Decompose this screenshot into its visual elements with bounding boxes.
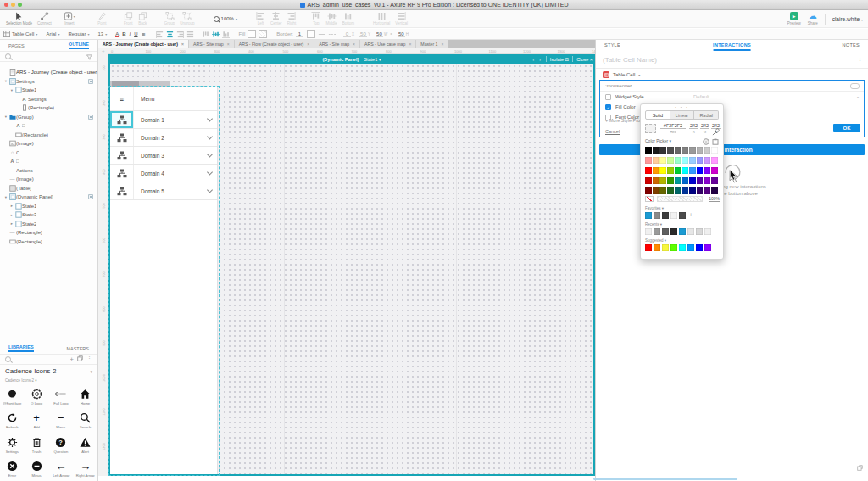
document-tab[interactable]: ARS - Flow (Create object - user)×	[235, 40, 315, 48]
font-color-button[interactable]: A	[115, 31, 119, 37]
widget-name-input[interactable]: (Table Cell Name)	[603, 56, 657, 64]
toolbar-bottom-button[interactable]: Bottom	[340, 12, 357, 25]
popup-drag-handle[interactable]: • • •	[641, 105, 723, 109]
toolbar-back-button[interactable]: Back	[136, 12, 150, 25]
width-field[interactable]: 50	[376, 31, 383, 37]
prev-state-button[interactable]: ‹	[532, 57, 536, 62]
add-library-icon[interactable]: +	[70, 355, 74, 363]
x-field[interactable]: 0	[343, 31, 351, 37]
align-right-button[interactable]	[176, 31, 184, 38]
align-bottom-button[interactable]	[222, 31, 230, 38]
favorites-label[interactable]: Favorites ▾	[645, 206, 664, 210]
toolbar-ungroup-button[interactable]: Ungroup	[177, 12, 197, 25]
library-select[interactable]: Cadence Icons-2▾	[0, 365, 97, 378]
align-center-button[interactable]	[166, 31, 174, 38]
library-item-left-arrow[interactable]: ←Left Arrow	[49, 457, 74, 481]
color-swatch[interactable]	[675, 177, 682, 184]
menu-row-domain-5[interactable]: Domain 5	[110, 182, 217, 200]
sitemap-icon-cell[interactable]	[110, 182, 134, 199]
color-swatch[interactable]	[682, 157, 688, 164]
color-swatch[interactable]	[697, 157, 704, 164]
sitemap-icon-cell[interactable]	[110, 165, 134, 182]
rectangle-widget[interactable]	[110, 81, 170, 87]
visibility-toggle-icon[interactable]	[88, 115, 93, 120]
lock-ratio-icon[interactable]: =	[390, 32, 392, 36]
toolbar-middle-button[interactable]: Middle	[323, 12, 339, 25]
toolbar-left-button[interactable]: Left	[253, 12, 268, 25]
sitemap-icon-cell[interactable]	[110, 147, 134, 164]
library-item-refresh[interactable]: Refresh	[0, 409, 25, 433]
color-swatch[interactable]	[689, 177, 696, 184]
outline-item-rectangle[interactable]: (Rectangle)	[0, 131, 97, 140]
color-swatch[interactable]	[670, 228, 677, 235]
color-swatch[interactable]	[645, 228, 652, 235]
share-button[interactable]: ☁ Share	[808, 12, 818, 25]
opacity-value[interactable]: 100%	[709, 196, 720, 202]
menu-row-domain-2[interactable]: Domain 2	[110, 129, 217, 147]
color-swatch[interactable]	[667, 187, 674, 194]
color-swatch[interactable]	[653, 187, 659, 194]
menu-row-domain-1[interactable]: Domain 1	[110, 111, 217, 129]
color-swatch[interactable]	[659, 177, 666, 184]
border-dash-button[interactable]	[328, 31, 336, 38]
outline-item-dynamic-panel[interactable]: ▾(Dynamic Panel)	[0, 193, 97, 202]
color-swatch[interactable]	[654, 228, 660, 235]
toolbar-horizontal-button[interactable]: Horizontal	[370, 12, 392, 25]
align-middle-button[interactable]	[212, 31, 220, 38]
document-tab[interactable]: Master 1×	[416, 40, 448, 48]
document-tab[interactable]: ARS - Site map×	[189, 40, 235, 48]
outline-item-image[interactable]: —(Image)	[0, 175, 97, 184]
menu-row-domain-4[interactable]: Domain 4	[110, 165, 217, 182]
color-swatch[interactable]	[682, 187, 688, 194]
fill-color-checkbox[interactable]: ✓	[605, 104, 611, 110]
outline-item-state1[interactable]: ▸State1	[0, 202, 97, 211]
hamburger-icon-cell[interactable]: ≡	[110, 87, 134, 110]
bold-button[interactable]: B	[122, 31, 125, 36]
color-swatch[interactable]	[687, 244, 694, 251]
library-item-alert[interactable]: Alert	[73, 433, 97, 456]
expand-panel-icon[interactable]	[857, 459, 863, 474]
color-wheel-icon[interactable]	[703, 138, 709, 146]
color-swatch[interactable]	[711, 167, 718, 174]
preview-button[interactable]: ▶ Preview	[787, 12, 801, 25]
underline-button[interactable]: U	[134, 31, 137, 36]
color-swatch[interactable]	[662, 212, 669, 219]
color-swatch[interactable]	[679, 244, 686, 251]
tab-pages[interactable]: PAGES	[8, 43, 25, 48]
toolbar-group-button[interactable]: Group	[162, 12, 178, 25]
color-swatch[interactable]	[689, 157, 696, 164]
outline-item-group[interactable]: ▾(Group)	[0, 113, 97, 122]
more-menu-icon[interactable]: ⋮	[86, 355, 92, 362]
library-item-o-logo[interactable]: O Logo	[25, 384, 49, 408]
library-item-question[interactable]: ?Question	[49, 433, 74, 456]
tab-close-icon[interactable]: ×	[409, 42, 411, 47]
document-tab[interactable]: ARS - Use case map×	[360, 40, 416, 48]
toolbar-point-button[interactable]: Point	[95, 12, 109, 25]
color-swatch[interactable]	[645, 212, 652, 219]
toolbar-right-button[interactable]: Right	[284, 12, 298, 25]
color-swatch[interactable]	[659, 187, 666, 194]
color-swatch[interactable]	[689, 147, 696, 154]
ok-button[interactable]: OK	[833, 124, 860, 132]
color-swatch[interactable]	[670, 212, 677, 219]
color-swatch[interactable]	[654, 212, 660, 219]
event-row[interactable]: :mouseover	[600, 81, 864, 92]
color-swatch[interactable]	[711, 177, 718, 184]
border-width-field[interactable]: 1	[296, 31, 303, 37]
outline-item-state3[interactable]: ▸State3	[0, 210, 97, 220]
color-swatch[interactable]	[645, 157, 652, 164]
menu-widget[interactable]: ≡MenuDomain 1Domain 2Domain 3Domain 4Dom…	[110, 87, 218, 474]
outline-item-settings[interactable]: ASettings	[0, 95, 97, 104]
no-fill-swatch[interactable]	[645, 196, 654, 202]
align-justify-button[interactable]	[186, 31, 194, 38]
outline-item-[interactable]: A□	[0, 157, 97, 166]
outline-item-ars-journey-create-object-user[interactable]: ARS - Journey (Create object - user)	[0, 68, 97, 77]
outline-item-state1[interactable]: ▾State1	[0, 86, 97, 95]
color-swatch[interactable]	[704, 228, 711, 235]
library-item-home[interactable]: Home	[73, 384, 97, 408]
library-item-search[interactable]: Search	[73, 409, 97, 433]
widget-style-checkbox[interactable]	[605, 94, 611, 100]
fill-tab-solid[interactable]: Solid	[645, 110, 670, 120]
color-swatch[interactable]	[667, 167, 674, 174]
library-item-font-face[interactable]: @Font-face	[0, 384, 25, 408]
